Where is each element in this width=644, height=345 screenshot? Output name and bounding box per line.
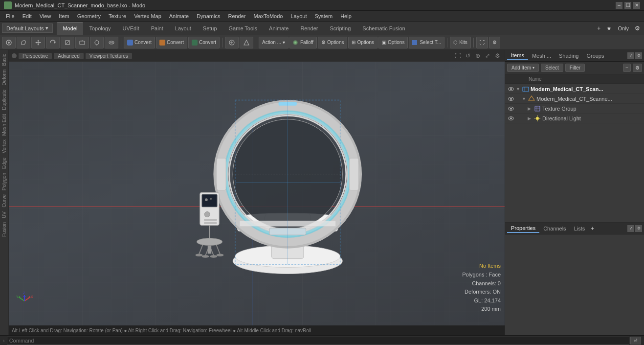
tool-scale[interactable] (61, 37, 74, 48)
tab-render[interactable]: Render (294, 22, 324, 35)
viewport-tab-advanced[interactable]: Advanced (54, 53, 83, 59)
menu-geometry[interactable]: Geometry (73, 11, 105, 21)
action-button[interactable]: Action ... ▾ (259, 37, 289, 48)
add-item-button[interactable]: Add Item ▾ (507, 64, 539, 72)
command-submit-button[interactable]: ⏎ (630, 337, 641, 345)
expand-2[interactable]: ▼ (522, 96, 527, 101)
panel-tab-shading[interactable]: Shading (555, 52, 582, 60)
menu-texture[interactable]: Texture (105, 11, 130, 21)
panel-tab-items[interactable]: Items (507, 51, 528, 60)
tool-move[interactable] (31, 37, 45, 48)
maximize-button[interactable]: ☐ (624, 2, 631, 9)
item-row-3[interactable]: ▶ Texture Group (505, 104, 644, 114)
convert-blue-button[interactable]: Convert (124, 37, 155, 48)
items-minus-btn[interactable]: − (623, 64, 631, 72)
settings-button-toolbar[interactable]: ⚙ (489, 37, 500, 48)
tab-layout[interactable]: Layout (169, 22, 197, 35)
expand-1[interactable]: ▼ (516, 87, 521, 92)
menu-dynamics[interactable]: Dynamics (193, 11, 224, 21)
menu-edit[interactable]: Edit (19, 11, 36, 21)
menu-item[interactable]: Item (55, 11, 73, 21)
sidebar-item-polygon[interactable]: Polygon (0, 171, 8, 192)
expand-4[interactable]: ▶ (528, 116, 533, 121)
item-eye-2[interactable] (507, 95, 515, 103)
sidebar-item-duplicate[interactable]: Duplicate (0, 88, 8, 112)
tab-star-icon[interactable]: ★ (604, 24, 614, 33)
sidebar-item-basic[interactable]: Basic (0, 52, 8, 68)
menu-system[interactable]: System (311, 11, 336, 21)
select-button[interactable]: Select (541, 64, 563, 72)
item-row-2[interactable]: ▼ Modern_Medical_CT_Scanne... (505, 94, 644, 104)
props-tab-properties[interactable]: Properties (507, 224, 539, 233)
item-eye-1[interactable] (507, 85, 515, 93)
sidebar-item-uv[interactable]: UV (0, 209, 8, 220)
tool-falloff-icon[interactable] (105, 37, 118, 48)
falloff-button[interactable]: Falloff (289, 37, 317, 48)
menu-view[interactable]: View (36, 11, 55, 21)
tab-topology[interactable]: Topology (83, 22, 116, 35)
options-button-2[interactable]: ⊞ Options (348, 37, 377, 48)
tool-transform[interactable] (75, 37, 89, 48)
tool-select-mode[interactable] (2, 37, 16, 48)
tool-unknown-2[interactable] (240, 37, 253, 48)
item-row-4[interactable]: ▶ Directional Light (505, 114, 644, 123)
minimize-button[interactable]: – (616, 2, 622, 9)
expand-3[interactable]: ▶ (528, 106, 533, 111)
viewport-tab-textures[interactable]: Viewport Textures (86, 53, 132, 59)
convert-green-button[interactable]: Convert (188, 37, 220, 48)
select-t-button[interactable]: Select T... (409, 37, 444, 48)
viewport-tab-perspective[interactable]: Perspective (19, 53, 52, 59)
props-tab-lists[interactable]: Lists (570, 225, 589, 232)
tab-settings-icon[interactable]: ⚙ (633, 24, 642, 33)
menu-vertex-map[interactable]: Vertex Map (130, 11, 165, 21)
tab-schematic-fusion[interactable]: Schematic Fusion (356, 22, 411, 35)
tab-game-tools[interactable]: Game Tools (223, 22, 264, 35)
tool-lasso[interactable] (17, 37, 30, 48)
tool-unknown-1[interactable] (225, 37, 239, 48)
tab-scripting[interactable]: Scripting (324, 22, 357, 35)
tab-animate[interactable]: Animate (263, 22, 294, 35)
props-settings-btn[interactable]: ⚙ (635, 225, 642, 232)
props-tab-channels[interactable]: Channels (539, 225, 570, 232)
items-settings-btn[interactable]: ⚙ (633, 64, 642, 72)
menu-file[interactable]: File (2, 11, 19, 21)
menu-animate[interactable]: Animate (165, 11, 193, 21)
item-row-1[interactable]: ▼ Modern_Medical_CT_Scan... (505, 84, 644, 94)
viewport-icon-fullscreen[interactable]: ⤢ (484, 52, 491, 60)
tool-rotate[interactable] (46, 37, 60, 48)
viewport-icon-rotate[interactable]: ↺ (464, 52, 472, 60)
viewport-icon-settings[interactable]: ⚙ (493, 52, 502, 60)
tool-snap[interactable] (90, 37, 104, 48)
tab-uvedit[interactable]: UVEdit (116, 22, 145, 35)
props-add-btn[interactable]: + (591, 225, 594, 232)
sidebar-item-vertex[interactable]: Vertex (0, 138, 8, 155)
menu-help[interactable]: Help (336, 11, 355, 21)
viewport-canvas[interactable]: No Items Polygons : Face Channels: 0 Def… (9, 62, 505, 325)
tab-add-button[interactable]: + (595, 24, 602, 33)
tab-paint[interactable]: Paint (145, 22, 169, 35)
fullscreen-button[interactable]: ⛶ (476, 37, 488, 48)
filter-button[interactable]: Filter (565, 64, 585, 72)
sidebar-item-fusion[interactable]: Fusion (0, 220, 8, 239)
menu-maxtomodo[interactable]: MaxToModo (250, 11, 287, 21)
items-panel-settings-btn[interactable]: ⚙ (635, 52, 642, 59)
viewport-dot[interactable] (12, 53, 17, 58)
tab-model[interactable]: Model (57, 22, 83, 35)
close-button[interactable]: ✕ (633, 2, 640, 9)
options-button-1[interactable]: ⚙ Options (318, 37, 347, 48)
item-eye-4[interactable] (507, 115, 515, 122)
sidebar-item-edge[interactable]: Edge (0, 156, 8, 171)
command-input[interactable] (7, 337, 629, 345)
convert-orange-button[interactable]: Convert (156, 37, 187, 48)
props-expand-btn[interactable]: ⤢ (627, 225, 634, 232)
item-eye-3[interactable] (507, 105, 515, 113)
menu-layout[interactable]: Layout (287, 11, 311, 21)
sidebar-item-deform[interactable]: Deform (0, 68, 8, 88)
layouts-button[interactable]: Default Layouts ▾ (2, 23, 53, 33)
kits-button[interactable]: ⬡ Kits (450, 37, 471, 48)
items-panel-expand-btn[interactable]: ⤢ (627, 52, 634, 59)
viewport-area[interactable]: Perspective Advanced Viewport Textures ⛶… (9, 50, 505, 335)
options-button-3[interactable]: ▣ Options (378, 37, 408, 48)
viewport-icon-resize[interactable]: ⛶ (453, 52, 462, 60)
menu-render[interactable]: Render (224, 11, 249, 21)
